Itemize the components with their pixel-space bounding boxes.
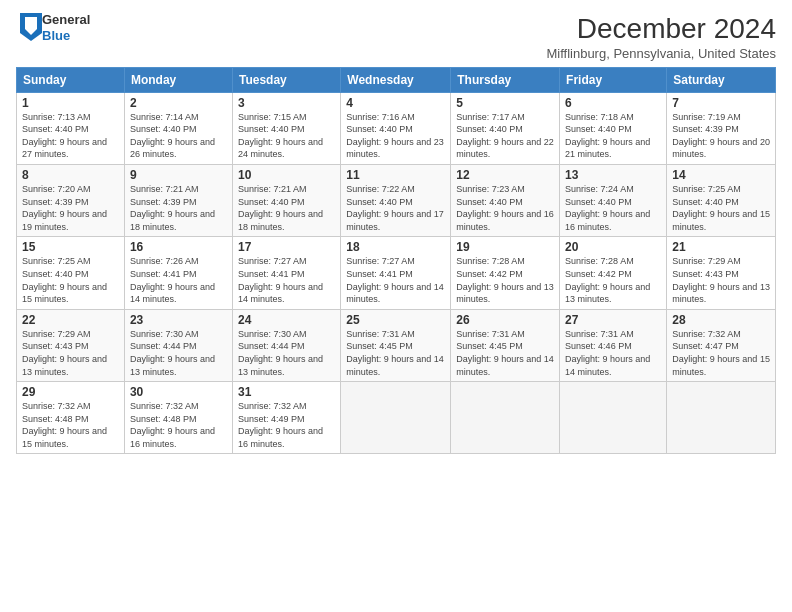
day-info: Sunrise: 7:32 AMSunset: 4:48 PMDaylight:… — [22, 400, 119, 450]
day-number: 30 — [130, 385, 227, 399]
calendar-week-row: 29Sunrise: 7:32 AMSunset: 4:48 PMDayligh… — [17, 382, 776, 454]
day-number: 2 — [130, 96, 227, 110]
calendar-body: 1Sunrise: 7:13 AMSunset: 4:40 PMDaylight… — [17, 92, 776, 454]
calendar-week-row: 8Sunrise: 7:20 AMSunset: 4:39 PMDaylight… — [17, 164, 776, 236]
day-number: 18 — [346, 240, 445, 254]
calendar-cell: 17Sunrise: 7:27 AMSunset: 4:41 PMDayligh… — [232, 237, 340, 309]
calendar-cell: 18Sunrise: 7:27 AMSunset: 4:41 PMDayligh… — [341, 237, 451, 309]
calendar-cell: 13Sunrise: 7:24 AMSunset: 4:40 PMDayligh… — [560, 164, 667, 236]
day-info: Sunrise: 7:16 AMSunset: 4:40 PMDaylight:… — [346, 111, 445, 161]
title-section: December 2024 Mifflinburg, Pennsylvania,… — [546, 12, 776, 61]
main-title: December 2024 — [546, 12, 776, 46]
day-info: Sunrise: 7:32 AMSunset: 4:49 PMDaylight:… — [238, 400, 335, 450]
day-info: Sunrise: 7:30 AMSunset: 4:44 PMDaylight:… — [130, 328, 227, 378]
day-info: Sunrise: 7:17 AMSunset: 4:40 PMDaylight:… — [456, 111, 554, 161]
subtitle: Mifflinburg, Pennsylvania, United States — [546, 46, 776, 61]
day-info: Sunrise: 7:18 AMSunset: 4:40 PMDaylight:… — [565, 111, 661, 161]
calendar-cell: 11Sunrise: 7:22 AMSunset: 4:40 PMDayligh… — [341, 164, 451, 236]
calendar-cell: 12Sunrise: 7:23 AMSunset: 4:40 PMDayligh… — [451, 164, 560, 236]
day-number: 12 — [456, 168, 554, 182]
day-info: Sunrise: 7:29 AMSunset: 4:43 PMDaylight:… — [22, 328, 119, 378]
day-info: Sunrise: 7:25 AMSunset: 4:40 PMDaylight:… — [672, 183, 770, 233]
day-number: 5 — [456, 96, 554, 110]
calendar-cell: 15Sunrise: 7:25 AMSunset: 4:40 PMDayligh… — [17, 237, 125, 309]
day-number: 19 — [456, 240, 554, 254]
calendar-cell: 2Sunrise: 7:14 AMSunset: 4:40 PMDaylight… — [124, 92, 232, 164]
day-number: 16 — [130, 240, 227, 254]
calendar-cell: 1Sunrise: 7:13 AMSunset: 4:40 PMDaylight… — [17, 92, 125, 164]
day-info: Sunrise: 7:23 AMSunset: 4:40 PMDaylight:… — [456, 183, 554, 233]
calendar-week-row: 1Sunrise: 7:13 AMSunset: 4:40 PMDaylight… — [17, 92, 776, 164]
calendar-cell: 23Sunrise: 7:30 AMSunset: 4:44 PMDayligh… — [124, 309, 232, 381]
day-number: 26 — [456, 313, 554, 327]
day-number: 24 — [238, 313, 335, 327]
day-number: 17 — [238, 240, 335, 254]
day-info: Sunrise: 7:27 AMSunset: 4:41 PMDaylight:… — [238, 255, 335, 305]
day-info: Sunrise: 7:15 AMSunset: 4:40 PMDaylight:… — [238, 111, 335, 161]
day-info: Sunrise: 7:28 AMSunset: 4:42 PMDaylight:… — [565, 255, 661, 305]
day-number: 13 — [565, 168, 661, 182]
day-info: Sunrise: 7:31 AMSunset: 4:45 PMDaylight:… — [456, 328, 554, 378]
calendar-cell: 9Sunrise: 7:21 AMSunset: 4:39 PMDaylight… — [124, 164, 232, 236]
calendar-cell: 27Sunrise: 7:31 AMSunset: 4:46 PMDayligh… — [560, 309, 667, 381]
day-info: Sunrise: 7:31 AMSunset: 4:46 PMDaylight:… — [565, 328, 661, 378]
calendar-cell: 8Sunrise: 7:20 AMSunset: 4:39 PMDaylight… — [17, 164, 125, 236]
calendar-cell — [667, 382, 776, 454]
day-number: 7 — [672, 96, 770, 110]
day-number: 6 — [565, 96, 661, 110]
logo: General Blue — [16, 12, 90, 43]
day-number: 14 — [672, 168, 770, 182]
day-info: Sunrise: 7:32 AMSunset: 4:48 PMDaylight:… — [130, 400, 227, 450]
calendar-cell: 7Sunrise: 7:19 AMSunset: 4:39 PMDaylight… — [667, 92, 776, 164]
day-info: Sunrise: 7:13 AMSunset: 4:40 PMDaylight:… — [22, 111, 119, 161]
day-info: Sunrise: 7:28 AMSunset: 4:42 PMDaylight:… — [456, 255, 554, 305]
calendar-week-row: 15Sunrise: 7:25 AMSunset: 4:40 PMDayligh… — [17, 237, 776, 309]
calendar-cell: 26Sunrise: 7:31 AMSunset: 4:45 PMDayligh… — [451, 309, 560, 381]
calendar-cell: 22Sunrise: 7:29 AMSunset: 4:43 PMDayligh… — [17, 309, 125, 381]
column-header-saturday: Saturday — [667, 67, 776, 92]
page: General Blue December 2024 Mifflinburg, … — [0, 0, 792, 612]
calendar-cell: 31Sunrise: 7:32 AMSunset: 4:49 PMDayligh… — [232, 382, 340, 454]
day-number: 9 — [130, 168, 227, 182]
calendar-cell — [341, 382, 451, 454]
calendar-cell: 28Sunrise: 7:32 AMSunset: 4:47 PMDayligh… — [667, 309, 776, 381]
column-header-friday: Friday — [560, 67, 667, 92]
day-info: Sunrise: 7:22 AMSunset: 4:40 PMDaylight:… — [346, 183, 445, 233]
calendar-week-row: 22Sunrise: 7:29 AMSunset: 4:43 PMDayligh… — [17, 309, 776, 381]
day-number: 15 — [22, 240, 119, 254]
day-info: Sunrise: 7:26 AMSunset: 4:41 PMDaylight:… — [130, 255, 227, 305]
logo-text: General Blue — [42, 12, 90, 43]
day-number: 20 — [565, 240, 661, 254]
day-info: Sunrise: 7:20 AMSunset: 4:39 PMDaylight:… — [22, 183, 119, 233]
calendar-cell: 20Sunrise: 7:28 AMSunset: 4:42 PMDayligh… — [560, 237, 667, 309]
day-number: 28 — [672, 313, 770, 327]
calendar-cell — [451, 382, 560, 454]
day-number: 22 — [22, 313, 119, 327]
day-number: 10 — [238, 168, 335, 182]
day-number: 29 — [22, 385, 119, 399]
calendar-cell: 4Sunrise: 7:16 AMSunset: 4:40 PMDaylight… — [341, 92, 451, 164]
calendar-cell — [560, 382, 667, 454]
column-header-wednesday: Wednesday — [341, 67, 451, 92]
day-info: Sunrise: 7:25 AMSunset: 4:40 PMDaylight:… — [22, 255, 119, 305]
calendar-header-row: SundayMondayTuesdayWednesdayThursdayFrid… — [17, 67, 776, 92]
calendar-cell: 25Sunrise: 7:31 AMSunset: 4:45 PMDayligh… — [341, 309, 451, 381]
calendar-cell: 3Sunrise: 7:15 AMSunset: 4:40 PMDaylight… — [232, 92, 340, 164]
day-info: Sunrise: 7:21 AMSunset: 4:39 PMDaylight:… — [130, 183, 227, 233]
calendar-cell: 19Sunrise: 7:28 AMSunset: 4:42 PMDayligh… — [451, 237, 560, 309]
day-number: 4 — [346, 96, 445, 110]
day-info: Sunrise: 7:19 AMSunset: 4:39 PMDaylight:… — [672, 111, 770, 161]
calendar-cell: 29Sunrise: 7:32 AMSunset: 4:48 PMDayligh… — [17, 382, 125, 454]
calendar-cell: 14Sunrise: 7:25 AMSunset: 4:40 PMDayligh… — [667, 164, 776, 236]
day-info: Sunrise: 7:24 AMSunset: 4:40 PMDaylight:… — [565, 183, 661, 233]
column-header-tuesday: Tuesday — [232, 67, 340, 92]
day-number: 25 — [346, 313, 445, 327]
day-number: 8 — [22, 168, 119, 182]
generalblue-logo-icon — [20, 13, 42, 41]
column-header-sunday: Sunday — [17, 67, 125, 92]
calendar-table: SundayMondayTuesdayWednesdayThursdayFrid… — [16, 67, 776, 455]
day-info: Sunrise: 7:30 AMSunset: 4:44 PMDaylight:… — [238, 328, 335, 378]
calendar-cell: 5Sunrise: 7:17 AMSunset: 4:40 PMDaylight… — [451, 92, 560, 164]
column-header-thursday: Thursday — [451, 67, 560, 92]
column-header-monday: Monday — [124, 67, 232, 92]
